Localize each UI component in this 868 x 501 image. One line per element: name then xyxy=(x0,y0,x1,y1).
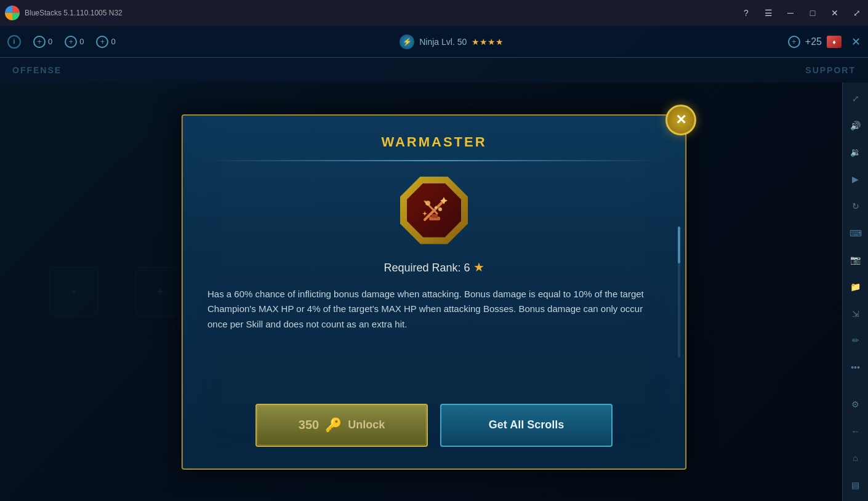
close-x-icon: ✕ xyxy=(675,112,686,128)
modal-close-button[interactable]: ✕ xyxy=(665,105,696,135)
modal-buttons: 350 🔑 Unlock Get All Scrolls xyxy=(207,404,661,447)
game-stats-left: i + 0 + 0 + 0 xyxy=(7,35,116,49)
modal-title: WARMASTER xyxy=(207,134,661,150)
tab-area: OFFENSE SUPPORT xyxy=(0,58,868,82)
skill-svg xyxy=(416,192,452,229)
menu-icon[interactable]: ☰ xyxy=(762,7,774,19)
unlock-button[interactable]: 350 🔑 Unlock xyxy=(255,404,428,447)
champion-title: Ninja Lvl. 50 xyxy=(419,37,467,47)
skill-icon-inner xyxy=(407,183,461,238)
modal-rank: Required Rank: 6 ★ xyxy=(207,260,661,275)
game-close-button[interactable]: ✕ xyxy=(851,35,861,49)
bluestacks-logo xyxy=(5,6,20,20)
window-controls: ? ☰ ─ □ ✕ ⤢ xyxy=(740,7,863,19)
unlock-label: Unlock xyxy=(348,419,385,431)
svg-point-2 xyxy=(425,201,430,206)
maximize-icon[interactable]: □ xyxy=(806,7,819,19)
get-all-scrolls-button[interactable]: Get All Scrolls xyxy=(440,404,613,447)
game-stats-right: + +25 ♦ ✕ xyxy=(788,35,861,49)
get-scrolls-label: Get All Scrolls xyxy=(489,419,564,431)
scroll-currency-icon: 🔑 xyxy=(325,417,342,433)
svg-rect-9 xyxy=(432,214,438,218)
tab-offense[interactable]: OFFENSE xyxy=(12,65,62,75)
rank-star: ★ xyxy=(473,260,484,274)
bluestacks-title: BlueStacks 5.1.110.1005 N32 xyxy=(25,9,123,17)
modal-scrollbar[interactable] xyxy=(678,226,680,358)
info-icon[interactable]: i xyxy=(7,35,21,49)
tab-support[interactable]: SUPPORT xyxy=(805,65,856,75)
champion-stars: ★★★★ xyxy=(472,37,504,47)
stat3-value: 0 xyxy=(111,37,115,46)
add-stat1-button[interactable]: + xyxy=(33,36,46,48)
add-stat2-button[interactable]: + xyxy=(65,36,77,48)
warmaster-modal: ✕ WARMASTER xyxy=(182,114,686,470)
stat2-value: 0 xyxy=(79,37,84,46)
expand-icon[interactable]: ⤢ xyxy=(851,7,863,19)
modal-description: Has a 60% chance of inflicting bonus dam… xyxy=(207,287,661,385)
stat-item-3: + 0 xyxy=(96,36,115,48)
question-icon[interactable]: ? xyxy=(740,7,752,19)
modal-overlay: ✕ WARMASTER xyxy=(0,82,868,501)
currency-value: +25 xyxy=(805,36,822,47)
skill-icon-outer xyxy=(397,174,471,247)
stat-item-1: + 0 xyxy=(33,36,52,48)
game-title-center: ⚡ Ninja Lvl. 50 ★★★★ xyxy=(400,34,504,49)
rank-text: Required Rank: 6 xyxy=(384,262,470,274)
game-area: i + 0 + 0 + 0 ⚡ Ninja Lvl. 50 ★★★★ + +25… xyxy=(0,26,868,501)
svg-marker-6 xyxy=(422,211,427,216)
bluestacks-topbar: BlueStacks 5.1.110.1005 N32 ? ☰ ─ □ ✕ ⤢ xyxy=(0,0,868,26)
add-currency-button[interactable]: + xyxy=(788,36,800,48)
add-stat3-button[interactable]: + xyxy=(96,36,108,48)
svg-point-3 xyxy=(438,207,442,211)
skill-icon-bg xyxy=(400,177,468,244)
stat1-value: 0 xyxy=(48,37,52,46)
unlock-cost: 350 xyxy=(299,418,319,432)
close-window-icon[interactable]: ✕ xyxy=(829,7,841,19)
skill-icon-wrapper xyxy=(207,174,661,247)
stat-item-2: + 0 xyxy=(65,36,84,48)
stat-info: i xyxy=(7,35,21,49)
game-topbar: i + 0 + 0 + 0 ⚡ Ninja Lvl. 50 ★★★★ + +25… xyxy=(0,26,868,58)
gem-icon: ♦ xyxy=(827,36,842,48)
main-content: + + + + ✕ WARMASTER xyxy=(0,82,868,501)
scrollbar-thumb xyxy=(678,226,680,263)
modal-divider xyxy=(207,160,661,161)
minimize-icon[interactable]: ─ xyxy=(784,7,797,19)
champion-icon: ⚡ xyxy=(400,34,414,49)
